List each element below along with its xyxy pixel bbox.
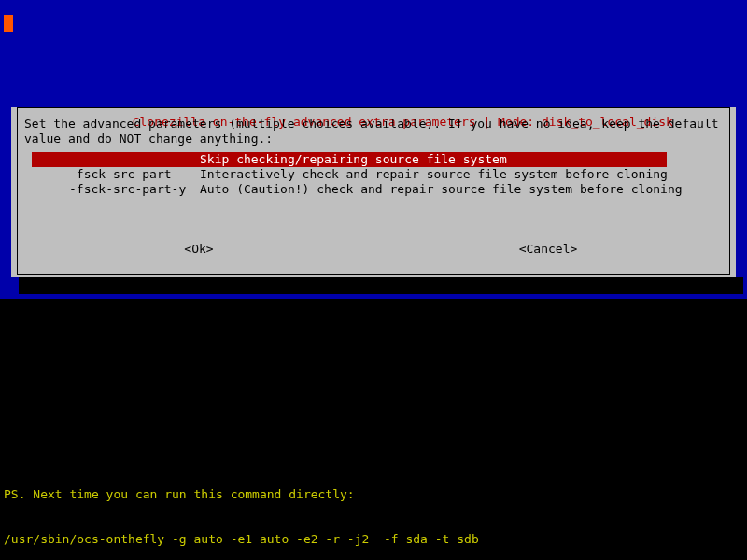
menu-item-option: -fsck-src-part-y: [69, 182, 200, 197]
screen: Clonezilla on-the-fly advanced extra par…: [0, 0, 747, 560]
menu-item-desc: Skip checking/repairing source file syst…: [200, 152, 507, 167]
dialog-body: Set the advanced parameters (multiple ch…: [24, 117, 723, 268]
dialog-buttons: <Ok> <Cancel>: [24, 242, 723, 257]
text-cursor: [4, 15, 13, 32]
ok-button[interactable]: <Ok>: [24, 242, 374, 257]
menu-item-fsck-src-part-y[interactable]: -fsck-src-part-y Auto (Caution!) check a…: [32, 182, 723, 197]
dialog-instructions: Set the advanced parameters (multiple ch…: [24, 117, 723, 147]
dialog: Clonezilla on-the-fly advanced extra par…: [11, 107, 736, 277]
terminal-output: PS. Next time you can run this command d…: [0, 457, 747, 560]
terminal-line-cmd: /usr/sbin/ocs-onthefly -g auto -e1 auto …: [4, 532, 743, 547]
menu-item-option: -fsck-src-part: [69, 167, 200, 182]
dialog-shadow: [19, 277, 743, 294]
terminal-line-ps: PS. Next time you can run this command d…: [4, 487, 743, 502]
menu-item-desc: Interactively check and repair source fi…: [200, 167, 668, 182]
menu-item-desc: Auto (Caution!) check and repair source …: [200, 182, 683, 197]
menu-item-skip-fsck[interactable]: Skip checking/repairing source file syst…: [32, 152, 667, 167]
menu: Skip checking/repairing source file syst…: [24, 152, 723, 197]
blue-background: Clonezilla on-the-fly advanced extra par…: [0, 0, 747, 299]
cancel-button[interactable]: <Cancel>: [374, 242, 723, 257]
menu-item-fsck-src-part[interactable]: -fsck-src-part Interactively check and r…: [32, 167, 723, 182]
